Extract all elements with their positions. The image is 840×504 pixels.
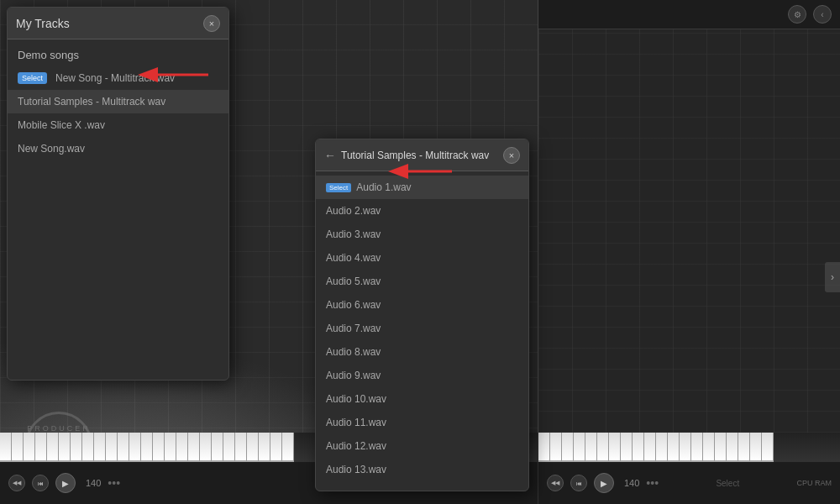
piano-white-key[interactable] xyxy=(24,433,35,462)
list-item[interactable]: Mobile Slice X .wav xyxy=(8,113,228,137)
piano-white-key[interactable] xyxy=(247,433,259,462)
piano-white-key[interactable] xyxy=(259,433,270,462)
piano-white-key[interactable] xyxy=(165,433,176,462)
piano-white-key[interactable] xyxy=(141,433,153,462)
tracks-panel-list: Demo songs Select New Song - Multitrack … xyxy=(8,39,228,380)
piano-white-key[interactable] xyxy=(71,433,82,462)
scroll-arrow-right[interactable]: › xyxy=(825,262,840,292)
list-item[interactable]: Audio 3.wav xyxy=(316,223,528,246)
more-options-btn[interactable]: ••• xyxy=(108,476,120,490)
list-item[interactable]: Tutorial Samples - Multitrack wav xyxy=(8,90,228,113)
play-btn-right[interactable]: ▶ xyxy=(594,473,614,493)
piano-white-key[interactable] xyxy=(738,433,750,462)
piano-white-key[interactable] xyxy=(656,433,668,462)
skip-back-btn[interactable]: ⏮ xyxy=(32,475,49,491)
piano-white-key[interactable] xyxy=(633,433,644,462)
list-item[interactable]: Audio 6.wav xyxy=(316,293,528,317)
piano-white-key[interactable] xyxy=(668,433,680,462)
piano-white-key[interactable] xyxy=(703,433,715,462)
back-btn[interactable]: ← xyxy=(324,149,336,162)
list-item-label: New Song - Multitrack wav xyxy=(55,72,175,84)
list-item[interactable]: New Song.wav xyxy=(8,137,228,160)
piano-white-key[interactable] xyxy=(200,433,212,462)
piano-white-key[interactable] xyxy=(621,433,633,462)
list-item[interactable]: Select New Song - Multitrack wav xyxy=(8,66,228,90)
daw-grid-right xyxy=(538,29,840,433)
daw-right-header: ⚙ ‹ xyxy=(538,0,840,29)
piano-white-key[interactable] xyxy=(762,433,774,462)
piano-white-key[interactable] xyxy=(0,433,12,462)
list-item-label: Audio 2.wav xyxy=(326,205,381,217)
piano-white-key[interactable] xyxy=(574,433,585,462)
list-item-label: Audio 1.wav xyxy=(356,181,411,193)
piano-white-key[interactable] xyxy=(282,433,294,462)
list-item[interactable]: Audio 12.wav xyxy=(316,434,528,458)
piano-white-key[interactable] xyxy=(550,433,562,462)
tutorial-close-btn[interactable]: × xyxy=(503,147,520,164)
piano-white-key[interactable] xyxy=(47,433,59,462)
list-item-label: New Song.wav xyxy=(18,143,85,155)
cpu-label: CPU RAM xyxy=(796,479,832,487)
settings-icon[interactable]: ⚙ xyxy=(788,5,806,24)
piano-white-key[interactable] xyxy=(727,433,738,462)
logo-top-text: PRODUCER xyxy=(27,424,91,433)
piano-white-key[interactable] xyxy=(680,433,691,462)
piano-white-key[interactable] xyxy=(94,433,106,462)
select-badge-tracks[interactable]: Select xyxy=(18,72,47,84)
piano-white-key[interactable] xyxy=(82,433,94,462)
piano-inner-right xyxy=(538,433,840,462)
piano-white-key[interactable] xyxy=(235,433,247,462)
list-item-label: Audio 4.wav xyxy=(326,252,381,264)
piano-white-key[interactable] xyxy=(270,433,282,462)
piano-white-key[interactable] xyxy=(223,433,235,462)
piano-white-key[interactable] xyxy=(750,433,762,462)
list-item-label: Tutorial Samples - Multitrack wav xyxy=(18,96,165,108)
tutorial-panel-list: Select Audio 1.wav Audio 2.wav Audio 3.w… xyxy=(316,171,528,491)
piano-white-key[interactable] xyxy=(176,433,188,462)
list-item-label: Audio 6.wav xyxy=(326,299,381,311)
list-item-label: Audio 9.wav xyxy=(326,370,381,381)
piano-white-key[interactable] xyxy=(118,433,129,462)
select-badge-tutorial[interactable]: Select xyxy=(326,183,351,192)
play-btn[interactable]: ▶ xyxy=(55,473,76,493)
piano-white-key[interactable] xyxy=(153,433,165,462)
list-item-label: Audio 5.wav xyxy=(326,276,381,287)
rewind-btn-right[interactable]: ◀◀ xyxy=(547,475,564,491)
rewind-btn[interactable]: ◀◀ xyxy=(8,475,25,491)
list-item[interactable]: Audio 11.wav xyxy=(316,411,528,434)
piano-white-key[interactable] xyxy=(212,433,223,462)
list-item-label: Audio 10.wav xyxy=(326,393,386,405)
tracks-panel-title: My Tracks xyxy=(16,17,70,30)
list-item[interactable]: Audio 2.wav xyxy=(316,199,528,223)
piano-white-key[interactable] xyxy=(188,433,200,462)
list-item[interactable]: Audio 8.wav xyxy=(316,340,528,364)
list-item[interactable]: Select Audio 1.wav xyxy=(316,176,528,199)
skip-back-btn-right[interactable]: ⏮ xyxy=(570,475,587,491)
piano-white-key[interactable] xyxy=(644,433,656,462)
piano-white-key[interactable] xyxy=(12,433,24,462)
list-item[interactable]: Audio 5.wav xyxy=(316,270,528,293)
piano-white-key[interactable] xyxy=(35,433,47,462)
list-item-label: Audio 3.wav xyxy=(326,228,381,240)
piano-white-key[interactable] xyxy=(59,433,71,462)
piano-white-key[interactable] xyxy=(538,433,550,462)
back-icon-right[interactable]: ‹ xyxy=(813,5,832,24)
tutorial-panel: ← Tutorial Samples - Multitrack wav × Se… xyxy=(315,139,529,491)
piano-white-key[interactable] xyxy=(609,433,621,462)
piano-white-key[interactable] xyxy=(715,433,727,462)
tracks-close-btn[interactable]: × xyxy=(203,15,220,32)
more-btn-right[interactable]: ••• xyxy=(646,476,659,490)
list-item[interactable]: Audio 13.wav xyxy=(316,458,528,481)
list-item[interactable]: Audio 7.wav xyxy=(316,317,528,340)
piano-white-key[interactable] xyxy=(585,433,597,462)
select-label-right[interactable]: Select xyxy=(716,479,739,488)
piano-white-key[interactable] xyxy=(129,433,141,462)
piano-white-key[interactable] xyxy=(106,433,118,462)
piano-white-key[interactable] xyxy=(562,433,574,462)
list-item[interactable]: Audio 4.wav xyxy=(316,246,528,270)
bpm-right: 140 xyxy=(624,478,639,488)
piano-white-key[interactable] xyxy=(691,433,703,462)
list-item[interactable]: Audio 10.wav xyxy=(316,387,528,411)
list-item[interactable]: Audio 9.wav xyxy=(316,364,528,387)
piano-white-key[interactable] xyxy=(597,433,609,462)
